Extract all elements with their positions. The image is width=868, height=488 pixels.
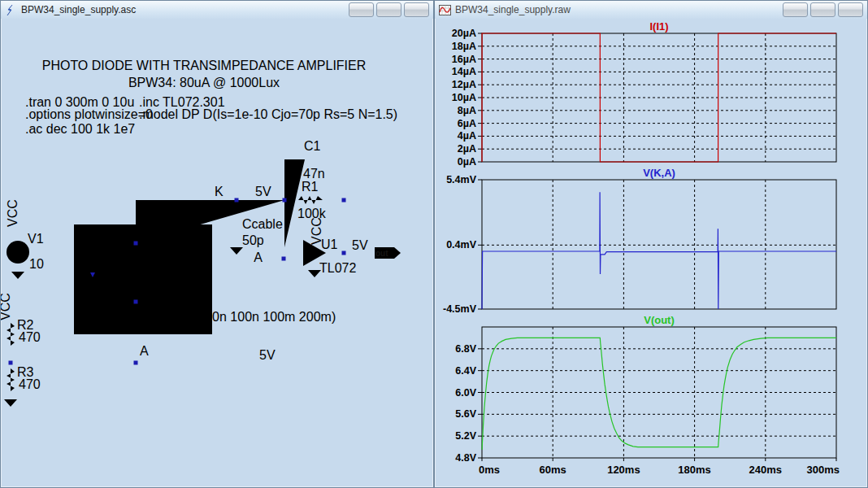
vertical-scrollbar[interactable] (1, 472, 433, 488)
schematic-file-icon (5, 4, 17, 16)
waveform-file-icon (439, 4, 451, 16)
trace-title: V(out) (644, 314, 675, 326)
waveform-titlebar[interactable]: BPW34_single_supply.raw (435, 1, 867, 19)
y-axis-tick-label: 8µA (458, 105, 476, 116)
capacitor-c1[interactable] (305, 152, 310, 167)
trace-vout (482, 338, 836, 450)
net-label-k: K (215, 185, 224, 198)
v1-value: 10 (29, 257, 44, 271)
d1-model: DP (140, 277, 158, 290)
y-axis-tick-label: 5.6V (455, 408, 476, 420)
y-axis-tick-label: 4µA (458, 130, 476, 142)
y-axis-tick-label: 12µA (452, 79, 476, 90)
net-label-vcc: VCC (6, 199, 20, 227)
voltage-source-v1[interactable] (7, 241, 29, 264)
y-axis-tick-label: 18µA (452, 41, 476, 52)
waveform-plots: 20µA18µA16µA14µA12µA10µA8µA6µA4µA2µA0µAI… (435, 19, 860, 480)
y-axis-tick-label: 4.8V (455, 452, 476, 464)
minimize-button[interactable] (783, 2, 808, 17)
y-axis-tick-label: -4.5mV (443, 303, 477, 315)
current-source-i1[interactable] (82, 259, 103, 281)
restore-button[interactable] (810, 2, 835, 17)
scroll-down-button[interactable] (1, 484, 433, 488)
y-axis-tick-label: 5.4mV (446, 174, 476, 185)
y-axis-tick-label: 6.4V (455, 365, 476, 377)
i1-name: I1 (104, 246, 115, 259)
close-button[interactable] (404, 2, 429, 17)
x-axis-tick-label: 180ms (678, 464, 710, 476)
y-axis-tick-label: 14µA (452, 66, 476, 77)
x-axis-tick-label: 240ms (749, 464, 782, 476)
r3-value: 470 (19, 377, 41, 391)
trace-vka (482, 192, 836, 309)
net-label-k2: K (139, 205, 148, 219)
window-title: BPW34_single_supply.asc (21, 4, 345, 15)
y-axis-tick-label: 5.2V (455, 430, 476, 442)
x-axis-tick-label: 60ms (540, 464, 566, 476)
y-axis-tick-label: 6µA (458, 118, 476, 129)
ccable-value: 50p (242, 233, 264, 247)
plot-pane-border (482, 180, 836, 309)
ccable-name: Ccable (242, 217, 283, 231)
ground-icon (11, 272, 24, 279)
net-label-a: A (254, 251, 263, 264)
v1-name: V1 (28, 232, 44, 246)
close-button[interactable] (838, 2, 863, 17)
rsh-value: 1G (186, 264, 203, 278)
y-axis-tick-label: 6.0V (455, 387, 476, 399)
schematic-title: PHOTO DIODE WITH TRANSIMPEDANCE AMPLIFIE… (42, 59, 367, 72)
y-axis-tick-label: 0µA (458, 156, 476, 168)
y-axis-tick-label: 2µA (458, 143, 476, 155)
waveform-plot-area[interactable]: 20µA18µA16µA14µA12µA10µA8µA6µA4µA2µA0µAI… (435, 19, 867, 483)
waveform-window: BPW34_single_supply.raw 20µA18µA16µA14µA… (434, 0, 868, 488)
trace-title: I(I1) (649, 20, 668, 33)
minimize-button[interactable] (349, 2, 374, 17)
restore-button[interactable] (376, 2, 401, 17)
i1-value: AC 1 (93, 286, 122, 300)
scroll-up-button[interactable] (1, 472, 433, 484)
schematic-subtitle: BPW34: 80uA @ 1000Lux (128, 76, 280, 89)
ground-icon (230, 247, 243, 255)
d1-name: D1 (140, 250, 157, 264)
net-label-vcc2: VCC (1, 293, 12, 320)
schematic-window: BPW34_single_supply.asc PHOTO DIODE WITH… (0, 0, 434, 488)
y-axis-tick-label: 16µA (452, 54, 476, 65)
trace-title: V(K,A) (643, 167, 675, 179)
r2-value: 470 (19, 330, 41, 344)
resistor-r1[interactable] (298, 196, 323, 204)
net-label-5v-out: 5V (352, 238, 368, 252)
schematic-titlebar[interactable]: BPW34_single_supply.asc (1, 1, 433, 19)
directive-ac: .ac dec 100 1k 1e7 (25, 122, 135, 136)
net-label-a2: A (140, 344, 149, 358)
x-axis-tick-label: 120ms (607, 464, 640, 476)
resistor-r3[interactable] (7, 368, 15, 391)
ground-icon (4, 399, 17, 407)
net-label-5v: 5V (255, 185, 271, 198)
c1-value: 47n (303, 167, 325, 181)
u1-name: U1 (321, 237, 338, 251)
out-label: out (375, 249, 388, 258)
c1-name: C1 (304, 139, 321, 153)
net-label-5v-rail: 5V (259, 348, 276, 362)
x-axis-tick-label: 300ms (807, 464, 840, 476)
window-title: BPW34_single_supply.raw (455, 4, 779, 15)
y-axis-tick-label: 10µA (452, 92, 476, 103)
schematic-drawing: PHOTO DIODE WITH TRANSIMPEDANCE AMPLIFIE… (1, 19, 414, 468)
pulse-spec: PULSE(0u 20u 10u 100n 100n 100m 200m) (82, 310, 336, 324)
schematic-canvas[interactable]: PHOTO DIODE WITH TRANSIMPEDANCE AMPLIFIE… (1, 19, 433, 472)
y-axis-tick-label: 6.8V (455, 343, 476, 355)
x-axis-tick-label: 0ms (479, 464, 500, 476)
directive-options: .options plotwinsize=0 (25, 107, 153, 121)
resistor-r2[interactable] (7, 323, 15, 346)
directive-model: .model DP D(Is=1e-10 Cjo=70p Rs=5 N=1.5) (139, 107, 397, 121)
u1-part: TL072 (319, 261, 356, 275)
ltspice-desktop: { "left_window": { "title": "BPW34_singl… (0, 0, 868, 488)
y-axis-tick-label: 20µA (452, 28, 476, 39)
r1-name: R1 (302, 180, 319, 194)
y-axis-tick-label: 0.4mV (446, 239, 476, 251)
